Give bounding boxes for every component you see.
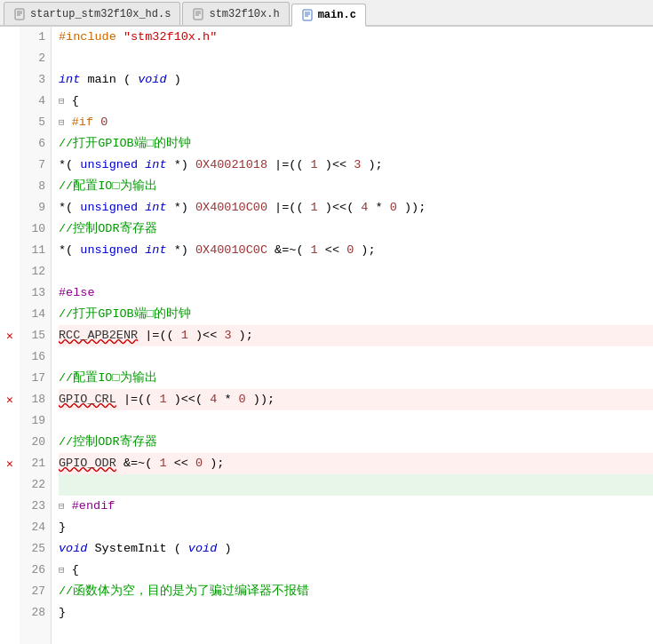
tab-stm32h-icon — [192, 8, 204, 20]
code-content[interactable]: #include "stm32f10x.h" int main ( void )… — [52, 27, 653, 644]
main-fn: main — [87, 73, 115, 86]
gutter-27 — [0, 581, 20, 602]
linenum-8: 8 — [20, 176, 45, 197]
line-1: #include "stm32f10x.h" — [59, 27, 653, 48]
line-19 — [59, 410, 653, 432]
num-11a: 1 — [311, 243, 318, 257]
tab-stm32h[interactable]: stm32f10x.h — [182, 2, 289, 25]
line-18: GPIO_CRL |=(( 1 )<<( 4 * 0 )); — [59, 389, 653, 410]
num-7a: 1 — [311, 158, 318, 171]
linenum-14: 14 — [20, 304, 45, 325]
line-4: ⊟ { — [59, 91, 653, 112]
linenum-25: 25 — [20, 538, 45, 560]
linenum-2: 2 — [20, 48, 45, 69]
int-9: int — [145, 201, 166, 214]
linenum-13: 13 — [20, 282, 45, 304]
svg-rect-4 — [194, 9, 203, 20]
line-25: void SystemInit ( void ) — [59, 538, 653, 560]
line-15: RCC_APB2ENR |=(( 1 )<< 3 ); — [59, 325, 653, 346]
linenum-20: 20 — [20, 432, 45, 453]
line-20: //控制ODR寄存器 — [59, 432, 653, 453]
gutter-4 — [0, 91, 20, 112]
comment-14: //打开GPIOB端□的时钟 — [59, 307, 191, 321]
linenum-4: 4 — [20, 91, 45, 112]
line-28: } — [59, 602, 653, 624]
line-21: GPIO_ODR &=~( 1 << 0 ); — [59, 453, 653, 474]
gutter-26 — [0, 560, 20, 581]
gutter-21-error: ✕ — [0, 453, 20, 474]
gutter-2 — [0, 48, 20, 69]
linenum-10: 10 — [20, 219, 45, 240]
linenum-27: 27 — [20, 581, 45, 602]
gutter-25 — [0, 538, 20, 560]
line-6: //打开GPIOB端□的时钟 — [59, 133, 653, 155]
addr-11: 0X40010C0C — [195, 243, 267, 257]
linenum-21: 21 — [20, 453, 45, 474]
fold-4[interactable]: ⊟ — [59, 96, 65, 107]
linenum-19: 19 — [20, 410, 45, 432]
gutter-17 — [0, 368, 20, 389]
line-24: } — [59, 517, 653, 538]
comment-6: //打开GPIOB端□的时钟 — [59, 137, 191, 150]
num-18c: 0 — [239, 393, 246, 406]
num-21b: 0 — [195, 457, 203, 470]
line-14: //打开GPIOB端□的时钟 — [59, 304, 653, 325]
gutter-19 — [0, 410, 20, 432]
unsigned-11: unsigned — [80, 243, 138, 257]
code-area: ✕ ✕ ✕ 1 2 3 4 5 6 7 8 9 10 11 12 13 14 1… — [0, 27, 653, 644]
fold-5[interactable]: ⊟ — [59, 117, 65, 128]
num-7b: 3 — [354, 158, 361, 171]
tab-mainc[interactable]: main.c — [291, 4, 366, 27]
include-file: "stm32f10x.h" — [123, 30, 217, 44]
linenum-12: 12 — [20, 261, 45, 282]
gutter-22 — [0, 474, 20, 496]
unsigned-9: unsigned — [80, 201, 138, 214]
gutter-20 — [0, 432, 20, 453]
line-numbers: 1 2 3 4 5 6 7 8 9 10 11 12 13 14 15 16 1… — [20, 27, 52, 644]
tab-startup[interactable]: startup_stm32f10x_hd.s — [4, 2, 180, 25]
comment-10: //控制ODR寄存器 — [59, 222, 157, 235]
line-17: //配置IO□为输出 — [59, 368, 653, 389]
tab-startup-icon — [13, 8, 26, 20]
fold-26[interactable]: ⊟ — [59, 565, 65, 576]
gpio-odr: GPIO_ODR — [59, 457, 116, 470]
int-7: int — [145, 158, 166, 171]
gutter-28 — [0, 602, 20, 624]
void-param-25: void — [188, 542, 217, 555]
line-9: *( unsigned int *) 0X40010C00 |=(( 1 )<<… — [59, 197, 653, 219]
linenum-5: 5 — [20, 112, 45, 133]
void-keyword-3: void — [138, 73, 166, 86]
num-11b: 0 — [346, 243, 354, 257]
line-12 — [59, 261, 653, 282]
linenum-16: 16 — [20, 346, 45, 368]
line-16 — [59, 346, 653, 368]
gutter-1 — [0, 27, 20, 48]
line-26: ⊟ { — [59, 560, 653, 581]
line-5: ⊟ #if 0 — [59, 112, 653, 133]
comment-17: //配置IO□为输出 — [59, 371, 157, 385]
line-8: //配置IO□为输出 — [59, 176, 653, 197]
tab-mainc-icon — [301, 9, 314, 21]
tab-stm32h-label: stm32f10x.h — [209, 8, 279, 20]
num-9b: 4 — [361, 201, 368, 214]
gutter-10 — [0, 219, 20, 240]
comment-27: //函数体为空，目的是为了骗过编译器不报错 — [59, 584, 309, 598]
linenum-11: 11 — [20, 240, 45, 261]
tab-mainc-label: main.c — [318, 9, 356, 21]
gpio-crl: GPIO_CRL — [59, 393, 116, 406]
gutter-8 — [0, 176, 20, 197]
line-27: //函数体为空，目的是为了骗过编译器不报错 — [59, 581, 653, 602]
linenum-23: 23 — [20, 496, 45, 517]
num-21a: 1 — [159, 457, 166, 470]
gutter-16 — [0, 346, 20, 368]
linenum-3: 3 — [20, 69, 45, 91]
svg-rect-0 — [15, 9, 24, 20]
hash-include: #include — [59, 30, 116, 44]
gutter-7 — [0, 155, 20, 176]
num-15a: 1 — [181, 329, 188, 342]
num-9c: 0 — [390, 201, 397, 214]
linenum-18: 18 — [20, 389, 45, 410]
fold-23[interactable]: ⊟ — [59, 501, 65, 512]
if-zero: 0 — [100, 115, 108, 129]
hash-if: #if — [72, 115, 93, 129]
